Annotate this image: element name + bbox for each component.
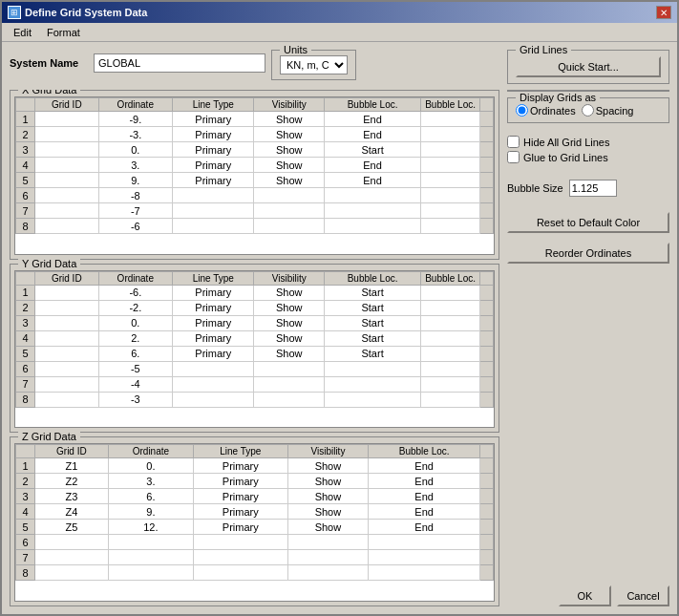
z-cell-bubble1[interactable]: End (369, 474, 480, 489)
z-cell-id[interactable]: Z3 (35, 489, 109, 504)
z-cell-linetype[interactable] (194, 535, 287, 550)
x-cell-id[interactable] (35, 158, 99, 173)
x-cell-visibility[interactable]: Show (254, 127, 325, 142)
x-cell-linetype[interactable] (173, 219, 254, 234)
y-cell-linetype[interactable] (173, 376, 254, 392)
x-cell-bubble2[interactable] (421, 142, 480, 158)
x-cell-visibility[interactable]: Show (254, 142, 325, 158)
z-cell-linetype[interactable]: Primary (194, 489, 287, 504)
y-cell-linetype[interactable] (173, 392, 254, 407)
z-cell-bubble1[interactable] (369, 550, 480, 565)
x-cell-ordinate[interactable]: 0. (98, 142, 173, 158)
y-cell-id[interactable] (35, 361, 99, 376)
y-cell-ordinate[interactable]: -5 (98, 361, 173, 376)
z-cell-ordinate[interactable] (108, 565, 193, 581)
y-cell-bubble1[interactable] (324, 361, 420, 376)
y-cell-visibility[interactable] (254, 376, 325, 392)
x-cell-linetype[interactable]: Primary (173, 158, 254, 173)
y-cell-id[interactable] (35, 300, 99, 315)
x-cell-bubble1[interactable]: Start (324, 142, 420, 158)
x-cell-bubble2[interactable] (421, 112, 480, 127)
z-cell-id[interactable]: Z2 (35, 474, 109, 489)
spacing-radio[interactable] (582, 104, 594, 117)
x-cell-id[interactable] (35, 142, 99, 158)
z-cell-id[interactable]: Z1 (35, 458, 109, 474)
z-cell-visibility[interactable]: Show (287, 489, 369, 504)
x-cell-bubble1[interactable] (324, 203, 420, 219)
z-cell-linetype[interactable]: Primary (194, 458, 287, 474)
x-cell-bubble2[interactable] (421, 127, 480, 142)
x-cell-bubble1[interactable]: End (324, 173, 420, 188)
y-cell-bubble1[interactable]: Start (324, 330, 420, 346)
z-cell-visibility[interactable]: Show (287, 504, 369, 520)
z-cell-ordinate[interactable]: 3. (108, 474, 193, 489)
z-cell-ordinate[interactable]: 9. (108, 504, 193, 520)
y-cell-visibility[interactable]: Show (254, 285, 325, 300)
x-cell-ordinate[interactable]: -6 (98, 219, 173, 234)
y-cell-bubble1[interactable] (324, 376, 420, 392)
z-cell-id[interactable] (35, 550, 109, 565)
ok-button[interactable]: OK (559, 585, 611, 606)
x-cell-ordinate[interactable]: -3. (98, 127, 173, 142)
z-cell-linetype[interactable]: Primary (194, 474, 287, 489)
z-cell-id[interactable] (35, 565, 109, 581)
y-cell-bubble2[interactable] (421, 392, 480, 407)
x-cell-bubble1[interactable]: End (324, 127, 420, 142)
z-cell-ordinate[interactable] (108, 535, 193, 550)
y-cell-bubble2[interactable] (421, 315, 480, 330)
reorder-button[interactable]: Reorder Ordinates (507, 243, 669, 264)
z-cell-bubble1[interactable]: End (369, 504, 480, 520)
close-button[interactable]: ✕ (656, 6, 671, 19)
y-cell-linetype[interactable]: Primary (173, 346, 254, 361)
z-cell-visibility[interactable]: Show (287, 458, 369, 474)
z-cell-visibility[interactable] (287, 565, 369, 581)
y-cell-linetype[interactable]: Primary (173, 330, 254, 346)
x-cell-linetype[interactable]: Primary (173, 142, 254, 158)
x-cell-ordinate[interactable]: 3. (98, 158, 173, 173)
menu-edit[interactable]: Edit (6, 26, 39, 39)
x-cell-id[interactable] (35, 203, 99, 219)
y-cell-visibility[interactable] (254, 361, 325, 376)
z-cell-bubble1[interactable]: End (369, 489, 480, 504)
x-cell-visibility[interactable] (254, 203, 325, 219)
x-cell-id[interactable] (35, 173, 99, 188)
y-cell-visibility[interactable]: Show (254, 315, 325, 330)
y-cell-linetype[interactable]: Primary (173, 300, 254, 315)
x-cell-bubble2[interactable] (421, 173, 480, 188)
units-select[interactable]: KN, m, C (280, 55, 348, 74)
y-cell-bubble2[interactable] (421, 285, 480, 300)
z-cell-ordinate[interactable] (108, 550, 193, 565)
x-cell-bubble2[interactable] (421, 158, 480, 173)
y-cell-id[interactable] (35, 392, 99, 407)
z-cell-ordinate[interactable]: 0. (108, 458, 193, 474)
y-cell-ordinate[interactable]: 0. (98, 315, 173, 330)
system-name-input[interactable] (94, 53, 265, 73)
z-cell-id[interactable]: Z4 (35, 504, 109, 520)
y-cell-visibility[interactable]: Show (254, 330, 325, 346)
reset-color-button[interactable]: Reset to Default Color (507, 212, 669, 233)
y-cell-visibility[interactable] (254, 392, 325, 407)
x-cell-bubble1[interactable]: End (324, 158, 420, 173)
x-cell-ordinate[interactable]: -8 (98, 188, 173, 203)
x-cell-linetype[interactable]: Primary (173, 127, 254, 142)
y-cell-bubble1[interactable] (324, 392, 420, 407)
x-cell-id[interactable] (35, 127, 99, 142)
x-cell-ordinate[interactable]: 9. (98, 173, 173, 188)
y-cell-id[interactable] (35, 330, 99, 346)
y-cell-id[interactable] (35, 285, 99, 300)
z-cell-ordinate[interactable]: 12. (108, 520, 193, 535)
z-cell-id[interactable] (35, 535, 109, 550)
y-cell-ordinate[interactable]: -3 (98, 392, 173, 407)
x-cell-bubble2[interactable] (421, 203, 480, 219)
y-cell-ordinate[interactable]: 6. (98, 346, 173, 361)
x-cell-linetype[interactable]: Primary (173, 173, 254, 188)
x-cell-visibility[interactable] (254, 188, 325, 203)
y-cell-linetype[interactable]: Primary (173, 285, 254, 300)
y-cell-ordinate[interactable]: -6. (98, 285, 173, 300)
y-cell-bubble1[interactable]: Start (324, 346, 420, 361)
ordinates-radio[interactable] (516, 104, 528, 117)
y-cell-ordinate[interactable]: -2. (98, 300, 173, 315)
y-cell-bubble2[interactable] (421, 330, 480, 346)
y-cell-bubble2[interactable] (421, 300, 480, 315)
y-cell-bubble1[interactable]: Start (324, 315, 420, 330)
